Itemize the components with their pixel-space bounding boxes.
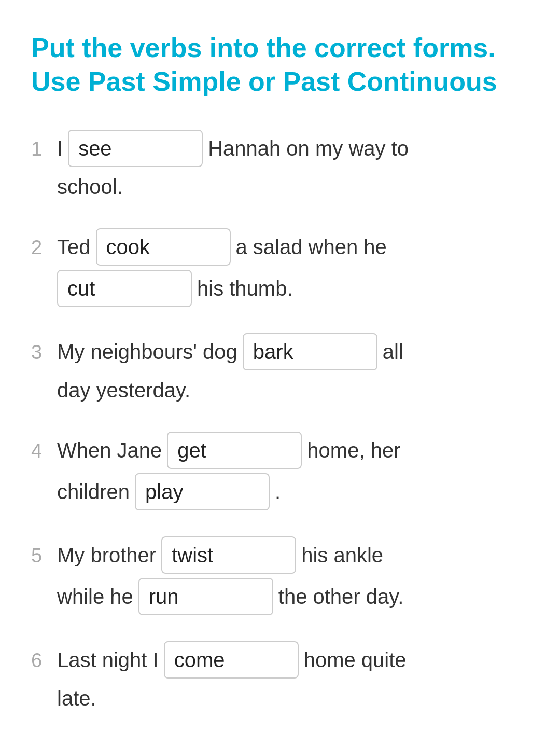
exercise-1-text-1-0: school. xyxy=(57,171,123,202)
exercise-3-line-1: 3My neighbours' dogbarkall xyxy=(31,333,529,370)
exercise-5-text-0-0: My brother xyxy=(57,540,156,571)
answer-box-2-1-0[interactable]: cut xyxy=(57,270,192,307)
answer-box-5-0-1[interactable]: twist xyxy=(161,536,296,574)
answer-box-4-0-1[interactable]: get xyxy=(167,432,302,469)
exercise-5-text-0-2: his ankle xyxy=(301,540,383,571)
exercise-4-text-1-0: children xyxy=(57,476,130,507)
exercise-number-5: 5 xyxy=(31,541,52,571)
exercise-number-4: 4 xyxy=(31,436,52,466)
exercise-number-6: 6 xyxy=(31,646,52,675)
exercise-1-line-1: 1IseeHannah on my way to xyxy=(31,130,529,167)
answer-box-2-0-1[interactable]: cook xyxy=(96,228,231,266)
exercise-number-3: 3 xyxy=(31,338,52,367)
exercise-3: 3My neighbours' dogbarkallday yesterday. xyxy=(31,333,529,406)
exercise-number-1: 1 xyxy=(31,134,52,164)
exercise-5-text-1-2: the other day. xyxy=(278,581,404,612)
exercise-4-line-1: 4When Janegethome, her xyxy=(31,432,529,469)
exercise-5: 5My brothertwisthis anklewhile herunthe … xyxy=(31,536,529,615)
exercise-6-line-2: late. xyxy=(31,683,529,714)
exercise-5-text-1-0: while he xyxy=(57,581,133,612)
exercise-1: 1IseeHannah on my way toschool. xyxy=(31,130,529,202)
exercise-3-text-0-0: My neighbours' dog xyxy=(57,336,237,367)
answer-box-3-0-1[interactable]: bark xyxy=(243,333,377,370)
exercise-2-text-0-2: a salad when he xyxy=(236,231,387,262)
exercise-number-2: 2 xyxy=(31,233,52,262)
exercise-4: 4When Janegethome, herchildrenplay. xyxy=(31,432,529,510)
exercise-3-text-1-0: day yesterday. xyxy=(57,375,190,406)
answer-box-5-1-1[interactable]: run xyxy=(138,578,273,615)
page-title: Put the verbs into the correct forms. Us… xyxy=(31,31,529,99)
exercise-6-text-0-2: home quite xyxy=(304,644,407,675)
exercise-6-line-1: 6Last night Icomehome quite xyxy=(31,641,529,679)
exercise-1-text-0-0: I xyxy=(57,133,63,164)
answer-box-1-0-1[interactable]: see xyxy=(68,130,203,167)
exercise-3-line-2: day yesterday. xyxy=(31,375,529,406)
exercise-4-text-1-2: . xyxy=(275,476,281,507)
exercise-1-text-0-2: Hannah on my way to xyxy=(208,133,409,164)
answer-box-6-0-1[interactable]: come xyxy=(164,641,299,679)
exercise-5-line-2: while herunthe other day. xyxy=(31,578,529,615)
exercise-1-line-2: school. xyxy=(31,171,529,202)
exercise-6-text-0-0: Last night I xyxy=(57,644,159,675)
exercise-4-text-0-0: When Jane xyxy=(57,435,162,466)
exercise-4-line-2: childrenplay. xyxy=(31,473,529,510)
exercise-2-text-0-0: Ted xyxy=(57,231,91,262)
exercise-6: 6Last night Icomehome quitelate. xyxy=(31,641,529,714)
exercise-4-text-0-2: home, her xyxy=(307,435,400,466)
exercise-3-text-0-2: all xyxy=(383,336,403,367)
exercise-5-line-1: 5My brothertwisthis ankle xyxy=(31,536,529,574)
exercise-6-text-1-0: late. xyxy=(57,683,96,714)
exercises-container: 1IseeHannah on my way toschool.2Tedcooka… xyxy=(31,130,529,714)
exercise-2-line-1: 2Tedcooka salad when he xyxy=(31,228,529,266)
answer-box-4-1-1[interactable]: play xyxy=(135,473,270,510)
exercise-2: 2Tedcooka salad when hecuthis thumb. xyxy=(31,228,529,307)
exercise-2-text-1-1: his thumb. xyxy=(197,273,293,304)
exercise-2-line-2: cuthis thumb. xyxy=(31,270,529,307)
